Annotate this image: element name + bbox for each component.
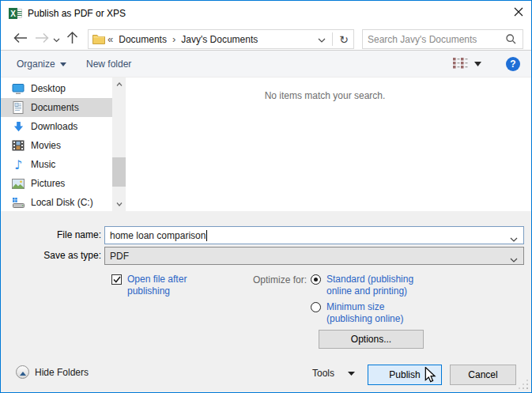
- resize-grip-icon[interactable]: [518, 379, 529, 392]
- sidebar-item-local-disk-c[interactable]: Local Disk (C:): [1, 193, 112, 212]
- up-arrow-icon: [66, 31, 78, 47]
- optimize-for-label: Optimize for:: [222, 274, 307, 285]
- sidebar-item-label: Pictures: [31, 178, 65, 189]
- chevron-down-icon: [474, 62, 481, 66]
- publish-button[interactable]: Publish: [368, 365, 442, 385]
- save-as-type-dropdown[interactable]: PDF: [104, 247, 524, 265]
- up-button[interactable]: [64, 30, 80, 47]
- details-view-icon: [453, 57, 468, 71]
- address-dropdown-button[interactable]: [313, 34, 330, 45]
- organize-button[interactable]: Organize: [17, 51, 66, 77]
- open-file-checkbox-label[interactable]: Open file after publishing: [127, 274, 206, 297]
- back-arrow-icon: [13, 32, 28, 46]
- sidebar-item-downloads[interactable]: Downloads: [1, 117, 112, 136]
- tools-label: Tools: [312, 368, 334, 379]
- file-name-input[interactable]: home loan comparison: [104, 226, 524, 244]
- sidebar-item-label: Documents: [31, 102, 79, 113]
- sidebar-item-label: Downloads: [31, 121, 77, 132]
- excel-app-icon: X: [9, 7, 22, 22]
- scroll-down-icon[interactable]: [112, 198, 126, 210]
- open-file-checkbox[interactable]: [111, 274, 122, 285]
- cancel-button-label: Cancel: [468, 369, 497, 380]
- search-input[interactable]: [363, 34, 506, 45]
- breadcrumb-overflow-chevrons[interactable]: «: [105, 33, 115, 45]
- help-button[interactable]: ?: [506, 57, 520, 71]
- save-as-type-label: Save as type:: [1, 247, 101, 265]
- chevron-down-icon: [348, 372, 355, 376]
- hide-folders-button[interactable]: [16, 365, 29, 379]
- chevron-down-icon: [53, 34, 60, 45]
- sidebar-item-pictures[interactable]: Pictures: [1, 174, 112, 193]
- sidebar-item-desktop[interactable]: Desktop: [1, 79, 112, 98]
- window-title: Publish as PDF or XPS: [28, 8, 126, 19]
- cancel-button[interactable]: Cancel: [450, 365, 516, 385]
- sidebar-scrollbar[interactable]: [112, 77, 126, 211]
- minimum-size-radio-label[interactable]: Minimum size (publishing online): [326, 301, 421, 325]
- sidebar-item-label: Music: [31, 159, 55, 170]
- question-mark-icon: ?: [510, 59, 515, 70]
- sidebar-item-label: Local Disk (C:): [31, 197, 93, 208]
- title-bar: X Publish as PDF or XPS: [1, 1, 531, 26]
- options-button[interactable]: Options...: [319, 330, 424, 349]
- picture-icon: [12, 177, 25, 190]
- save-as-type-value: PDF: [110, 251, 129, 262]
- breadcrumb-item-javys-documents[interactable]: Javy's Documents: [178, 34, 261, 45]
- file-name-label: File name:: [1, 226, 101, 244]
- search-box[interactable]: [362, 29, 523, 49]
- hide-folders-label[interactable]: Hide Folders: [35, 367, 89, 378]
- close-icon: [514, 7, 523, 19]
- download-arrow-icon: [12, 120, 25, 133]
- svg-text:X: X: [10, 9, 16, 18]
- standard-radio-label[interactable]: Standard (publishing online and printing…: [326, 274, 429, 297]
- breadcrumb-separator-icon[interactable]: ›: [170, 33, 178, 45]
- film-icon: [12, 139, 25, 152]
- options-button-label: Options...: [351, 334, 391, 345]
- sidebar-item-label: Desktop: [31, 83, 66, 94]
- chevron-down-icon[interactable]: [510, 233, 518, 244]
- back-button[interactable]: [10, 32, 29, 46]
- sidebar-item-label: Movies: [31, 140, 61, 151]
- chevron-down-icon[interactable]: [510, 254, 518, 265]
- scroll-up-icon[interactable]: [112, 78, 126, 90]
- forward-arrow-icon: [35, 32, 50, 46]
- sidebar-item-movies[interactable]: Movies: [1, 136, 112, 155]
- publish-as-pdf-dialog: X Publish as PDF or XPS: [0, 0, 532, 393]
- tools-button[interactable]: Tools: [312, 365, 355, 382]
- hard-drive-icon: [12, 196, 25, 209]
- new-folder-button[interactable]: New folder: [86, 51, 131, 77]
- recent-locations-button[interactable]: [51, 36, 62, 43]
- command-toolbar: Organize New folder ?: [1, 51, 531, 77]
- chevron-down-icon: [318, 34, 326, 45]
- search-icon[interactable]: [506, 34, 523, 44]
- text-caret: [206, 230, 207, 241]
- chevron-down-icon: [60, 62, 66, 66]
- scrollbar-thumb[interactable]: [112, 157, 126, 187]
- sidebar-item-music[interactable]: ♪ Music: [1, 155, 112, 174]
- desktop-icon: [12, 82, 25, 95]
- file-name-value: home loan comparison: [110, 230, 206, 241]
- standard-radio[interactable]: [311, 274, 321, 285]
- organize-label: Organize: [17, 59, 55, 70]
- document-icon: [12, 101, 25, 114]
- folder-icon: [92, 34, 105, 44]
- navigation-bar: « Documents › Javy's Documents ↻: [1, 26, 531, 51]
- up-triangle-icon: [20, 367, 26, 378]
- breadcrumb-item-documents[interactable]: Documents: [115, 34, 170, 45]
- dialog-body: Desktop Documents Downloads Movies ♪ Mus…: [1, 77, 531, 211]
- checkmark-icon: [113, 274, 121, 285]
- music-note-icon: ♪: [12, 158, 25, 171]
- forward-button[interactable]: [32, 32, 51, 46]
- view-options-button[interactable]: [453, 51, 481, 77]
- sidebar-item-documents[interactable]: Documents: [1, 98, 112, 117]
- publish-button-label: Publish: [389, 369, 420, 380]
- new-folder-label: New folder: [86, 59, 131, 70]
- address-bar-divider: [332, 32, 333, 46]
- close-button[interactable]: [505, 1, 531, 25]
- refresh-button[interactable]: ↻: [334, 33, 353, 46]
- dialog-footer: File name: home loan comparison Save as …: [1, 211, 531, 393]
- radio-dot: [314, 278, 318, 282]
- empty-results-message: No items match your search.: [127, 90, 523, 101]
- address-bar[interactable]: « Documents › Javy's Documents ↻: [88, 29, 354, 49]
- minimum-size-radio[interactable]: [311, 302, 321, 312]
